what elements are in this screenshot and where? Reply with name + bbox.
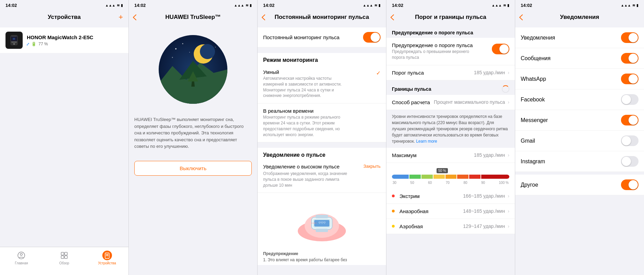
nav-title-1: Устройства xyxy=(48,14,81,21)
device-item[interactable]: HONOR MagicWatch 2-E5C ⑇ 🔋 77 % xyxy=(0,28,128,53)
panel-content-2: HUAWEI TruSleep™ выполняет мониторинг сн… xyxy=(129,25,257,275)
svg-rect-6 xyxy=(61,252,64,255)
notif-row-5[interactable]: Gmail xyxy=(515,131,644,151)
notif-toggle-7[interactable] xyxy=(621,179,639,190)
svg-point-2 xyxy=(13,43,15,45)
boundaries-section-label: Границы пульса xyxy=(392,86,431,92)
hr-label-30: 30 xyxy=(393,181,396,185)
notif-row-7[interactable]: Другое xyxy=(515,175,644,195)
notif-row-2[interactable]: WhatsApp xyxy=(515,69,644,89)
svg-rect-12 xyxy=(106,254,108,256)
status-time-4: 14:02 xyxy=(392,3,403,8)
notif-section-label: Уведомление о пульсе xyxy=(263,152,325,158)
back-button-4[interactable] xyxy=(391,14,394,20)
hr-bar-container: 50 % 30 50 60 70 80 90 100 % xyxy=(386,163,515,189)
signal-icon-3: ▲▲▲ xyxy=(363,3,373,7)
notif-toggle-4[interactable] xyxy=(621,115,639,125)
svg-point-21 xyxy=(172,57,173,58)
notif-label-0: Уведомления xyxy=(521,35,555,41)
zone-aerobic-row[interactable]: Аэробная 129~147 удар./мин › xyxy=(386,219,515,234)
svg-rect-31 xyxy=(316,215,328,218)
disable-button[interactable]: Выключить xyxy=(134,161,252,176)
notif-row-3[interactable]: Facebook xyxy=(515,89,644,110)
zone-extrim-row[interactable]: Экстрим 166~185 удар./мин › xyxy=(386,189,515,204)
learn-more-link[interactable]: Learn more xyxy=(416,139,437,144)
bluetooth-icon: ⑇ xyxy=(27,42,29,46)
nav-title-5: Уведомления xyxy=(560,14,599,21)
hr-seg-3 xyxy=(421,175,433,179)
notif-row-1[interactable]: Сообщения xyxy=(515,48,644,69)
mode-smart-row[interactable]: Умный Автоматическая настройка частоты и… xyxy=(258,65,386,103)
zone-aerobic-right: 129~147 удар./мин › xyxy=(463,223,509,229)
chevron-icon-max: › xyxy=(508,152,509,158)
notif-label-3: Facebook xyxy=(521,97,545,103)
zone-anaerobic-row[interactable]: Анаэробная 148~165 удар./мин › xyxy=(386,204,515,219)
panel-content-3: Постоянный мониторинг пульса Режим монит… xyxy=(258,25,386,275)
notif-row-0[interactable]: Уведомления xyxy=(515,28,644,48)
tab-overview[interactable]: Обзор xyxy=(54,251,75,265)
hr-seg-7 xyxy=(469,175,481,179)
battery-icon-2: ▮ xyxy=(250,3,252,7)
monitoring-toggle[interactable] xyxy=(363,32,381,43)
threshold-toggle[interactable] xyxy=(492,44,509,54)
nav-bar-4: Порог и границы пульса xyxy=(386,10,515,25)
battery-icon-5: ▮ xyxy=(636,3,639,7)
threshold-toggle-desc: Предупреждать о превышении верхнего поро… xyxy=(392,49,474,60)
notif-toggle-0[interactable] xyxy=(621,32,639,43)
zone-extrim-label: Экстрим xyxy=(399,193,420,199)
tab-devices[interactable]: Устройства xyxy=(97,251,117,265)
notif-toggle-3[interactable] xyxy=(621,94,639,105)
mode-realtime-desc: Мониторинг пульса в режиме реального вре… xyxy=(263,114,346,138)
threshold-toggle-row[interactable]: Предупреждение о пороге пульса Предупреж… xyxy=(386,38,515,65)
high-pulse-close[interactable]: Закрыть xyxy=(363,164,381,169)
zone-extrim-left: Экстрим xyxy=(392,193,420,199)
top-spacer-5 xyxy=(515,25,644,28)
status-bar-1: 14:02 ▲▲▲ ≋ ▮ xyxy=(0,0,128,10)
wifi-icon-1: ≋ xyxy=(117,3,120,7)
back-button-2[interactable] xyxy=(133,14,136,20)
back-button-3[interactable] xyxy=(262,14,265,20)
wifi-icon-5: ≋ xyxy=(632,3,635,7)
mid-spacer-5 xyxy=(515,172,644,175)
calculation-label: Способ расчета xyxy=(392,99,430,105)
zone-extrim-right: 166~185 удар./мин › xyxy=(463,193,509,199)
chevron-icon-hr: › xyxy=(508,70,509,75)
notif-toggle-1[interactable] xyxy=(621,53,639,64)
dot-aerobic xyxy=(392,225,395,228)
signal-icon-4: ▲▲▲ xyxy=(492,3,502,7)
device-name: HONOR MagicWatch 2-E5C xyxy=(27,34,123,40)
panel-content-4: Предупреждение о пороге пульса Предупреж… xyxy=(386,25,515,275)
chevron-anaerobic: › xyxy=(508,208,509,214)
battery-icon-4: ▮ xyxy=(507,3,509,7)
mode-realtime-row[interactable]: В реальном времени Мониторинг пульса в р… xyxy=(258,103,386,142)
monitoring-toggle-row[interactable]: Постоянный мониторинг пульса xyxy=(258,28,386,47)
calculation-row[interactable]: Способ расчета Процент максимального пул… xyxy=(386,95,515,110)
back-button-5[interactable] xyxy=(519,14,523,20)
threshold-toggle-label: Предупреждение о пороге пульса xyxy=(392,42,492,48)
mode-realtime-label: В реальном времени xyxy=(263,108,381,114)
add-button-1[interactable]: + xyxy=(118,13,123,22)
svg-point-17 xyxy=(200,44,215,59)
notif-row-6[interactable]: Instagram xyxy=(515,151,644,172)
hr-label-100: 100 % xyxy=(499,181,509,185)
svg-point-20 xyxy=(189,52,190,53)
sleep-circle xyxy=(159,35,227,104)
panel-hr-thresholds: 14:02 ▲▲▲ ≋ ▮ Порог и границы пульса Пре… xyxy=(386,0,515,275)
notif-label-7: Другое xyxy=(521,182,538,188)
zone-aerobic-value: 129~147 удар./мин xyxy=(463,223,505,229)
tab-home[interactable]: Главная xyxy=(11,251,32,265)
status-icons-4: ▲▲▲ ≋ ▮ xyxy=(492,3,509,7)
notif-toggle-6[interactable] xyxy=(621,156,639,167)
hr-label-50: 50 xyxy=(410,181,414,185)
max-hr-row[interactable]: Максимум 185 удар./мин › xyxy=(386,148,515,163)
notif-toggle-5[interactable] xyxy=(621,135,639,146)
status-bar-2: 14:02 ▲▲▲ ≋ ▮ xyxy=(129,0,257,10)
notif-toggle-2[interactable] xyxy=(621,74,639,84)
notif-label-4: Messenger xyxy=(521,117,548,123)
tab-home-label: Главная xyxy=(15,261,28,265)
heart-rate-row[interactable]: Порог пульса 185 удар./мин › xyxy=(386,65,515,80)
status-bar-3: 14:02 ▲▲▲ ≋ ▮ xyxy=(258,0,386,10)
mode-smart-label: Умный xyxy=(263,69,376,75)
notif-row-4[interactable]: Messenger xyxy=(515,110,644,131)
percentage-badge: 50 % xyxy=(437,168,448,173)
